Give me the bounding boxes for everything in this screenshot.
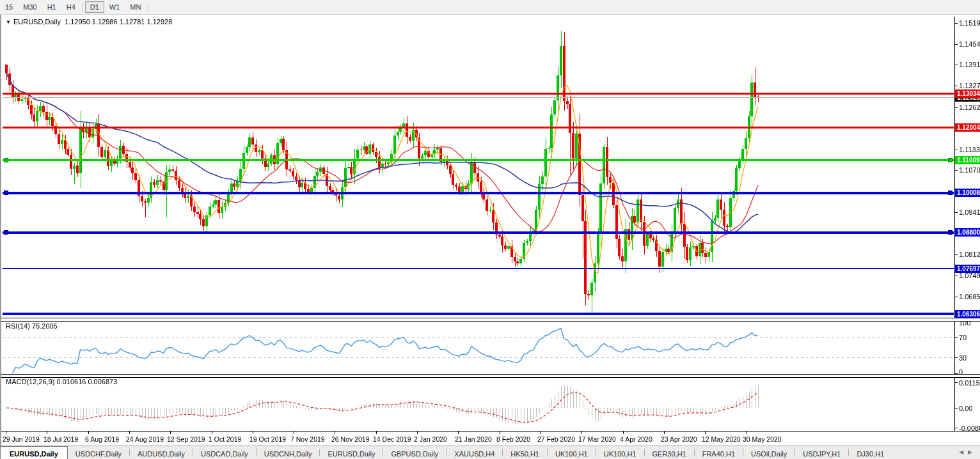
- date-axis-tickmark: [335, 432, 335, 434]
- tab-fra40-h1-12[interactable]: FRA40,H1: [695, 446, 743, 459]
- y-axis-tickmark: [954, 150, 958, 150]
- y-axis-tickmark: [954, 212, 958, 213]
- date-axis-tickmark: [47, 432, 47, 434]
- timeframe-button-d1[interactable]: D1: [85, 1, 104, 13]
- tab-dj30-h1-15[interactable]: DJ30,H1: [849, 446, 892, 459]
- hline-handle[interactable]: [948, 230, 952, 235]
- chart-header: ▼EURUSD,Daily 1.12950 1.12986 1.12781 1.…: [6, 18, 172, 26]
- tab-eurusd-daily-0[interactable]: EURUSD,Daily: [0, 446, 68, 459]
- hline-handle[interactable]: [4, 230, 8, 235]
- tab-hk50-h1-8[interactable]: HK50,H1: [503, 446, 547, 459]
- price-badge-1.12004: 1.12004: [955, 123, 980, 132]
- rsi-axis-label: 30: [959, 354, 967, 362]
- macd-name: MACD(12,26,9): [6, 378, 54, 385]
- tab-usdjpy-h1-14[interactable]: USDJPY,H1: [795, 446, 848, 459]
- date-axis-label: 12 Sep 2019: [167, 435, 205, 443]
- tab-uk100-h1-10[interactable]: UK100,H1: [596, 446, 644, 459]
- hline-1.08800[interactable]: [3, 231, 954, 234]
- hline-1.06306[interactable]: [3, 313, 954, 315]
- macd-indicator-label: MACD(12,26,9) 0.010616 0.006873: [6, 378, 117, 385]
- date-axis-label: 29 Jun 2019: [3, 435, 40, 443]
- date-axis-label: 12 May 2020: [702, 435, 741, 443]
- timeframe-button-mn[interactable]: MN: [125, 1, 146, 13]
- date-axis-label: 26 Nov 2019: [331, 435, 370, 443]
- symbol-dropdown-icon[interactable]: ▼: [6, 19, 11, 25]
- tab-usoil-daily-13[interactable]: USOil,Daily: [743, 446, 794, 459]
- tab-gbpusd-daily-6[interactable]: GBPUSD,Daily: [383, 446, 446, 459]
- y-axis-label: 1.14545: [959, 40, 980, 48]
- date-axis-tickmark: [500, 432, 500, 434]
- date-axis-tickmark: [417, 432, 418, 434]
- price-badge-1.10008: 1.10008: [955, 189, 980, 197]
- date-axis-tickmark: [376, 432, 377, 434]
- y-axis-label: 1.09415: [959, 208, 980, 216]
- rsi-indicator-label: RSI(14) 75.2005: [6, 322, 58, 330]
- timeframe-button-w1[interactable]: W1: [104, 1, 125, 13]
- date-axis-tickmark: [541, 432, 541, 434]
- date-axis-tickmark: [170, 432, 171, 434]
- date-axis-label: 2 Jan 2020: [414, 435, 447, 443]
- tab-scroll-arrows: ◀▶: [959, 449, 977, 455]
- hline-1.12004[interactable]: [3, 127, 954, 128]
- chart-window: ▼EURUSD,Daily 1.12950 1.12986 1.12781 1.…: [0, 15, 980, 446]
- quote-open: 1.12950: [65, 18, 90, 26]
- toolbar-separator: [148, 3, 148, 12]
- tab-ger30-h1-11[interactable]: GER30,H1: [645, 446, 694, 459]
- price-chart-canvas[interactable]: [1, 15, 980, 446]
- date-axis-label: 27 Feb 2020: [537, 435, 575, 443]
- timeframe-button-h1[interactable]: H1: [42, 1, 61, 13]
- y-axis-label: 1.13270: [959, 82, 980, 89]
- y-axis-label: 1.13915: [959, 61, 980, 68]
- y-axis-label: 1.15190: [959, 19, 980, 27]
- hline-1.10008[interactable]: [3, 192, 954, 194]
- macd-axis-label: 0.011544: [959, 379, 980, 387]
- date-axis-label: 14 Dec 2019: [373, 435, 411, 443]
- y-axis-tickmark: [954, 107, 958, 108]
- timeframe-button-15[interactable]: 15: [0, 1, 18, 13]
- price-badge-1.11009: 1.11009: [955, 156, 980, 164]
- date-axis-label: 24 Aug 2019: [126, 435, 164, 443]
- y-axis-tickmark: [954, 254, 958, 255]
- quote-high: 1.12986: [92, 18, 118, 26]
- mt4-terminal: { "toolbar": { "items": ["15", "M30", "H…: [0, 0, 980, 459]
- tab-eurusd-daily-5[interactable]: EURUSD,Daily: [320, 446, 383, 459]
- macd-axis-tickmark: [954, 428, 958, 428]
- date-axis-label: 18 Jul 2019: [43, 435, 78, 443]
- tab-xauusd-h4-7[interactable]: XAUUSD,H4: [447, 446, 502, 459]
- price-badge-1.07697: 1.07697: [955, 265, 980, 273]
- pane-separator-macd[interactable]: [1, 374, 980, 378]
- hline-1.11009[interactable]: [3, 159, 954, 161]
- date-axis-label: 30 May 2020: [743, 435, 782, 443]
- tab-usdcnh-daily-4[interactable]: USDCNH,Daily: [257, 446, 320, 459]
- tab-audusd-daily-2[interactable]: AUDUSD,Daily: [130, 446, 193, 459]
- hline-handle[interactable]: [4, 191, 8, 195]
- date-axis-tickmark: [664, 432, 665, 434]
- toolbar-separator: [83, 3, 83, 12]
- date-axis-label: 4 Apr 2020: [620, 435, 652, 443]
- y-axis-tickmark: [954, 297, 958, 297]
- pane-separator-rsi[interactable]: [1, 318, 980, 322]
- timeframe-button-m30[interactable]: M30: [18, 1, 42, 13]
- hline-1.07697[interactable]: [3, 268, 954, 269]
- hline-handle[interactable]: [4, 158, 8, 162]
- tab-scroll-left-icon[interactable]: ◀: [959, 449, 968, 455]
- y-axis-tickmark: [954, 86, 958, 86]
- date-axis-label: 23 Apr 2020: [661, 435, 697, 443]
- y-axis-label: 1.10705: [959, 166, 980, 174]
- tab-usdcad-daily-3[interactable]: USDCAD,Daily: [193, 446, 256, 459]
- timeframe-toolbar: 15M30H1H4D1W1MN: [0, 0, 980, 15]
- date-axis-tickmark: [458, 432, 459, 434]
- date-axis-label: 17 Mar 2020: [578, 435, 616, 443]
- timeframe-button-h4[interactable]: H4: [61, 1, 81, 13]
- date-axis-border: [1, 431, 980, 432]
- tab-uk100-h1-9[interactable]: UK100,H1: [548, 446, 596, 459]
- y-axis-tickmark: [954, 65, 958, 65]
- tab-usdchf-daily-1[interactable]: USDCHF,Daily: [68, 446, 129, 459]
- date-axis-tickmark: [294, 432, 294, 434]
- hline-handle[interactable]: [948, 158, 952, 162]
- hline-handle[interactable]: [948, 191, 952, 195]
- date-axis-label: 21 Jan 2020: [455, 435, 492, 443]
- hline-1.13034[interactable]: [3, 93, 954, 95]
- date-axis-label: 7 Nov 2019: [290, 435, 325, 443]
- tab-scroll-right-icon[interactable]: ▶: [968, 449, 977, 455]
